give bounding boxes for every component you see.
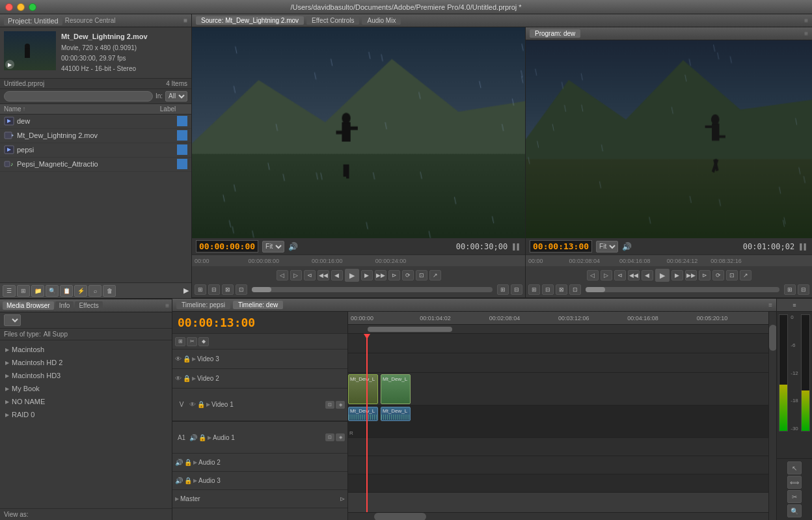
source-mark-out[interactable]: ▷ bbox=[290, 270, 302, 281]
source-fit-select[interactable]: Fit bbox=[262, 241, 284, 253]
find-btn[interactable]: ⌕ bbox=[88, 285, 102, 297]
a2-expand[interactable]: ▶ bbox=[193, 459, 197, 465]
mb-item-macintosh-hd2[interactable]: ▶ Macintosh HD 2 bbox=[0, 356, 172, 369]
source-tab[interactable]: Source: Mt_Dew_Lightning 2.mov bbox=[196, 16, 304, 25]
a1-expand[interactable]: ▶ bbox=[208, 435, 211, 441]
source-export[interactable]: ↗ bbox=[429, 270, 441, 281]
a3-expand[interactable]: ▶ bbox=[193, 478, 197, 484]
mb-filter-select[interactable] bbox=[4, 314, 21, 326]
minimize-button[interactable] bbox=[17, 3, 25, 11]
source-btn-extra3[interactable]: ⊠ bbox=[222, 284, 234, 295]
info-tab[interactable]: Info bbox=[55, 301, 74, 310]
file-item-pepsi[interactable]: pepsi bbox=[0, 143, 191, 157]
tool-ripple[interactable]: ⟺ bbox=[787, 476, 802, 489]
program-timecode-in[interactable]: 00:00:13:00 bbox=[530, 240, 592, 253]
a1-sync-lock[interactable]: ⊡ bbox=[325, 433, 334, 441]
maximize-button[interactable] bbox=[29, 3, 36, 11]
tool-select[interactable]: ↖ bbox=[787, 461, 802, 474]
prog-step-fwd[interactable]: ▶▶ bbox=[685, 270, 697, 281]
list-view-btn[interactable]: ☰ bbox=[3, 285, 16, 297]
file-item-dew[interactable]: dew bbox=[0, 115, 191, 129]
timeline-tab-dew[interactable]: Timeline: dew bbox=[233, 301, 283, 309]
mb-item-macintosh-hd3[interactable]: ▶ Macintosh HD3 bbox=[0, 369, 172, 382]
a1-clip1[interactable]: Mt_Dew_L bbox=[348, 407, 378, 421]
program-tab[interactable]: Program: dew bbox=[530, 29, 580, 38]
tl-marker-btn[interactable]: ◆ bbox=[198, 337, 209, 346]
prog-play-in[interactable]: ⊲ bbox=[614, 270, 626, 281]
new-item-btn[interactable]: 📋 bbox=[60, 285, 73, 297]
tl-razor-btn[interactable]: ✂ bbox=[187, 337, 197, 346]
track-master-clips[interactable] bbox=[348, 474, 768, 493]
timeline-tab-pepsi[interactable]: Timeline: pepsi bbox=[176, 301, 230, 309]
new-bin-btn[interactable]: 📁 bbox=[31, 285, 44, 297]
source-monitor-menu[interactable]: ≡ bbox=[804, 17, 808, 24]
program-jog-bar[interactable] bbox=[586, 287, 779, 292]
prog-btn-extra6[interactable]: ⊟ bbox=[798, 284, 809, 295]
mb-item-raid0[interactable]: ▶ RAID 0 bbox=[0, 408, 172, 421]
a1-speaker[interactable]: 🔊 bbox=[189, 434, 197, 441]
prog-btn-extra3[interactable]: ⊠ bbox=[556, 284, 567, 295]
source-next-frame[interactable]: ▶ bbox=[361, 270, 373, 281]
source-btn-extra5[interactable]: ⊞ bbox=[497, 284, 509, 295]
tool-razor[interactable]: ✂ bbox=[787, 490, 802, 503]
a3-lock[interactable]: 🔒 bbox=[184, 477, 192, 484]
prog-export[interactable]: ↗ bbox=[740, 270, 751, 281]
search-btn[interactable]: 🔍 bbox=[46, 285, 59, 297]
audio-mix-tab[interactable]: Audio Mix bbox=[362, 16, 401, 25]
automate-btn[interactable]: ⚡ bbox=[74, 285, 87, 297]
source-jog-bar[interactable] bbox=[252, 287, 493, 292]
prog-btn-extra2[interactable]: ⊟ bbox=[542, 284, 554, 295]
v1-clip1[interactable]: Mt_Dew_L bbox=[348, 374, 378, 404]
play-preview-button[interactable]: ▶ bbox=[5, 60, 14, 69]
prog-play-button[interactable]: ▶ bbox=[655, 269, 670, 282]
program-jog-handle[interactable] bbox=[586, 287, 605, 292]
prog-mark-out[interactable]: ▷ bbox=[601, 270, 612, 281]
resource-central-tab[interactable]: Resource Central bbox=[65, 17, 116, 24]
track-a2-clips[interactable] bbox=[348, 438, 768, 456]
prog-loop[interactable]: ⟳ bbox=[712, 270, 724, 281]
v1-sync-lock[interactable]: ⊡ bbox=[325, 401, 334, 409]
mb-item-macintosh[interactable]: ▶ Macintosh bbox=[0, 343, 172, 356]
source-mark-in[interactable]: ◁ bbox=[277, 270, 288, 281]
track-a1-clips[interactable]: L R Mt_Dew_L Mt_Dew_L bbox=[348, 405, 768, 438]
in-select[interactable]: All bbox=[165, 91, 187, 102]
timeline-hscroll-thumb[interactable] bbox=[374, 513, 426, 520]
timeline-vscroll[interactable] bbox=[768, 312, 776, 520]
delete-btn[interactable]: 🗑 bbox=[103, 285, 116, 297]
mb-menu-icon[interactable]: ≡ bbox=[165, 302, 169, 309]
a2-lock[interactable]: 🔒 bbox=[184, 459, 192, 466]
v3-eye[interactable]: 👁 bbox=[175, 355, 182, 363]
source-safe-frames[interactable]: ⊡ bbox=[416, 270, 427, 281]
search-input[interactable] bbox=[4, 91, 153, 102]
source-btn-extra6[interactable]: ⊟ bbox=[511, 284, 522, 295]
track-v1-clips[interactable]: Mt_Dew_L Mt_Dew_L bbox=[348, 373, 768, 405]
timeline-timecode-display[interactable]: 00:00:13:00 bbox=[172, 312, 347, 334]
source-prev-frame[interactable]: ◀ bbox=[331, 270, 343, 281]
source-jog-handle[interactable] bbox=[252, 287, 271, 292]
a1-lock[interactable]: 🔒 bbox=[198, 434, 206, 441]
track-a3-clips[interactable] bbox=[348, 456, 768, 474]
v3-expand[interactable]: ▶ bbox=[192, 356, 196, 362]
source-play-in[interactable]: ⊲ bbox=[304, 270, 316, 281]
prog-safe-frames[interactable]: ⊡ bbox=[726, 270, 738, 281]
media-browser-tab[interactable]: Media Browser bbox=[3, 301, 54, 310]
panel-expand-btn[interactable]: ▶ bbox=[183, 286, 189, 295]
v2-expand[interactable]: ▶ bbox=[192, 376, 196, 381]
master-expand[interactable]: ▶ bbox=[175, 496, 179, 502]
effects-tab[interactable]: Effects bbox=[75, 301, 102, 310]
prog-prev-frame[interactable]: ◀ bbox=[642, 270, 653, 281]
prog-btn-extra4[interactable]: ⊡ bbox=[569, 284, 581, 295]
source-btn-extra2[interactable]: ⊟ bbox=[208, 284, 220, 295]
v2-lock[interactable]: 🔒 bbox=[183, 375, 191, 382]
prog-btn-extra5[interactable]: ⊞ bbox=[784, 284, 796, 295]
program-fit-select[interactable]: Fit bbox=[596, 241, 618, 253]
zoom-scroll-handle[interactable] bbox=[368, 327, 452, 332]
mb-item-noname[interactable]: ▶ NO NAME bbox=[0, 395, 172, 408]
a1-keyframe[interactable]: ◈ bbox=[336, 433, 345, 441]
source-speaker-icon[interactable]: 🔊 bbox=[288, 242, 298, 251]
prog-btn-extra1[interactable]: ⊞ bbox=[528, 284, 540, 295]
source-play-button[interactable]: ▶ bbox=[345, 269, 359, 282]
a3-speaker[interactable]: 🔊 bbox=[175, 477, 183, 484]
prog-play-out[interactable]: ⊳ bbox=[699, 270, 710, 281]
timeline-menu-icon[interactable]: ≡ bbox=[768, 301, 772, 308]
